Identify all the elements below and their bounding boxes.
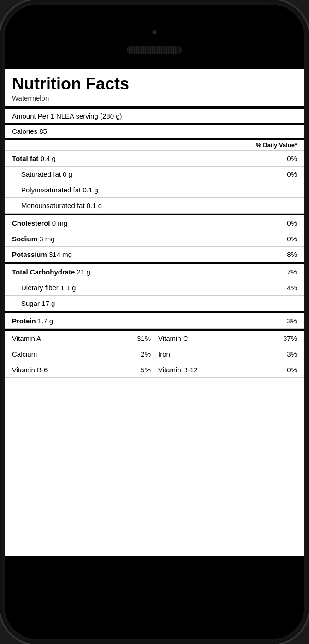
vitamin-b12-value: 0% <box>287 366 297 374</box>
vitamins-row-2: Calcium 2% Iron 3% <box>5 346 304 362</box>
carb-row: Total Carbohydrate 21 g 7% <box>5 262 304 280</box>
calcium-label: Calcium <box>12 350 37 358</box>
vitamin-b12-cell: Vitamin B-12 0% <box>158 366 297 374</box>
camera <box>152 30 157 35</box>
sugar-row: Sugar 17 g <box>5 296 304 311</box>
vitamin-b12-label: Vitamin B-12 <box>158 366 198 374</box>
potassium-label: Potassium 314 mg <box>12 250 72 258</box>
phone-frame: AT&T 4G 1:10 PM Nutrition Facts Watermel… <box>0 0 309 644</box>
calcium-cell: Calcium 2% <box>12 350 158 358</box>
calories-value: 85 <box>39 127 47 135</box>
calories-row: Calories 85 <box>5 125 304 140</box>
vitamin-b6-label: Vitamin B-6 <box>12 366 48 374</box>
vitamins-row-3: Vitamin B-6 5% Vitamin B-12 0% <box>5 362 304 378</box>
sodium-row: Sodium 3 mg 0% <box>5 231 304 247</box>
phone-screen: Nutrition Facts Watermelon Amount Per 1 … <box>5 69 304 556</box>
nutrition-container: Nutrition Facts Watermelon Amount Per 1 … <box>5 69 304 378</box>
phone-inner: AT&T 4G 1:10 PM Nutrition Facts Watermel… <box>5 5 304 639</box>
cholesterol-row: Cholesterol 0 mg 0% <box>5 214 304 231</box>
fiber-daily: 4% <box>287 284 297 292</box>
protein-label: Protein 1.7 g <box>12 317 53 325</box>
iron-cell: Iron 3% <box>158 350 297 358</box>
nutrition-title: Nutrition Facts <box>12 75 297 93</box>
carb-daily: 7% <box>287 268 297 276</box>
sugar-label: Sugar 17 g <box>21 299 55 307</box>
vitamin-b6-cell: Vitamin B-6 5% <box>12 366 158 374</box>
sodium-daily: 0% <box>287 235 297 243</box>
cholesterol-daily: 0% <box>287 219 297 227</box>
potassium-row: Potassium 314 mg 8% <box>5 247 304 262</box>
saturated-fat-label: Saturated fat 0 g <box>21 170 72 178</box>
protein-row: Protein 1.7 g 3% <box>5 311 304 329</box>
food-name: Watermelon <box>12 94 297 102</box>
vitamin-b6-value: 5% <box>141 366 151 374</box>
total-fat-daily: 0% <box>287 155 297 162</box>
vitamin-c-cell: Vitamin C 37% <box>158 334 297 342</box>
nutrient-rows: Total fat 0.4 g 0% Saturated fat 0 g 0% … <box>5 151 304 329</box>
fiber-label: Dietary fiber 1.1 g <box>21 284 76 292</box>
saturated-fat-daily: 0% <box>287 170 297 178</box>
calcium-value: 2% <box>141 350 151 358</box>
poly-fat-label: Polyunsaturated fat 0.1 g <box>21 186 98 194</box>
serving-info: 1 NLEA serving (280 g) <box>50 112 122 120</box>
daily-value-header: % Daily Value* <box>5 140 304 151</box>
calories-label: Calories <box>12 127 37 135</box>
vitamin-c-label: Vitamin C <box>158 334 188 342</box>
vitamins-row-1: Vitamin A 31% Vitamin C 37% <box>5 329 304 346</box>
sodium-label: Sodium 3 mg <box>12 235 55 243</box>
nutrition-header: Nutrition Facts Watermelon <box>5 69 304 109</box>
speaker <box>127 46 182 54</box>
iron-value: 3% <box>287 350 297 358</box>
amount-per-label: Amount Per <box>12 112 48 120</box>
carb-label: Total Carbohydrate 21 g <box>12 268 90 276</box>
vitamin-c-value: 37% <box>283 334 297 342</box>
protein-daily: 3% <box>287 317 297 325</box>
top-bezel <box>5 5 304 69</box>
fiber-row: Dietary fiber 1.1 g 4% <box>5 280 304 296</box>
saturated-fat-row: Saturated fat 0 g 0% <box>5 167 304 182</box>
total-fat-label: Total fat 0.4 g <box>12 155 56 162</box>
amount-per-row: Amount Per 1 NLEA serving (280 g) <box>5 109 304 125</box>
mono-fat-row: Monounsaturated fat 0.1 g <box>5 198 304 214</box>
iron-label: Iron <box>158 350 170 358</box>
potassium-daily: 8% <box>287 250 297 258</box>
mono-fat-label: Monounsaturated fat 0.1 g <box>21 202 102 209</box>
poly-fat-row: Polyunsaturated fat 0.1 g <box>5 182 304 198</box>
cholesterol-label: Cholesterol 0 mg <box>12 219 67 227</box>
vitamin-a-value: 31% <box>137 334 151 342</box>
vitamin-a-label: Vitamin A <box>12 334 41 342</box>
total-fat-row: Total fat 0.4 g 0% <box>5 151 304 167</box>
vitamin-a-cell: Vitamin A 31% <box>12 334 158 342</box>
